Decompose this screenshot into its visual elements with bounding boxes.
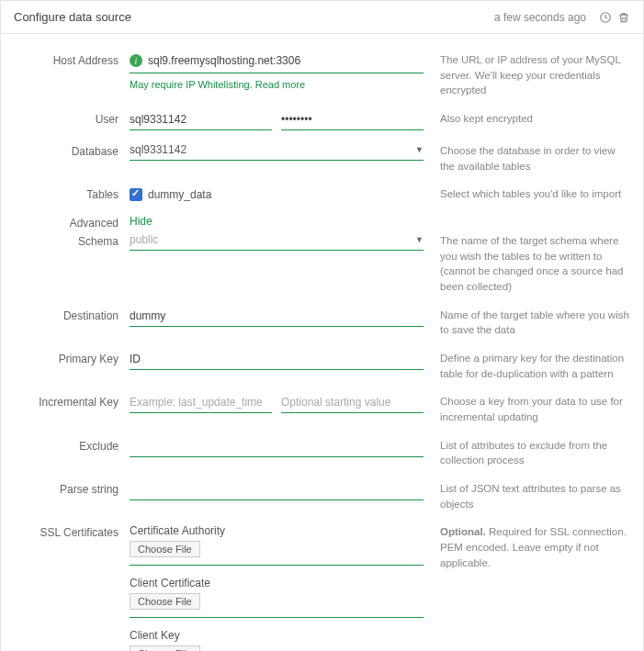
ssl-ca-label: Certificate Authority bbox=[130, 524, 424, 537]
label-destination: Destination bbox=[14, 308, 130, 322]
primary-key-input[interactable] bbox=[130, 351, 424, 370]
help-database: Choose the database in order to view the… bbox=[424, 143, 630, 174]
panel-header: Configure data source a few seconds ago bbox=[1, 1, 643, 34]
user-input[interactable] bbox=[130, 111, 272, 130]
label-parse-string: Parse string bbox=[14, 481, 130, 496]
label-user: User bbox=[14, 111, 130, 126]
label-host: Host Address bbox=[14, 52, 130, 67]
parse-string-input[interactable] bbox=[130, 481, 424, 500]
password-input[interactable] bbox=[281, 111, 424, 130]
help-ssl: Optional. Required for SSL connection. P… bbox=[424, 524, 630, 570]
ssl-client-key-label: Client Key bbox=[130, 629, 424, 642]
table-name: dummy_data bbox=[148, 188, 211, 201]
ssl-client-cert-label: Client Certificate bbox=[130, 577, 424, 589]
help-schema: The name of the target schema where you … bbox=[424, 233, 630, 295]
chevron-down-icon: ▼ bbox=[415, 235, 424, 244]
table-checkbox[interactable] bbox=[130, 188, 142, 201]
database-select[interactable]: sql9331142 ▼ bbox=[130, 143, 424, 161]
label-schema: Schema bbox=[14, 233, 130, 248]
help-destination: Name of the target table where you wish … bbox=[424, 308, 630, 338]
schema-value: public bbox=[130, 233, 158, 246]
exclude-input[interactable] bbox=[130, 438, 424, 457]
schema-select[interactable]: public ▼ bbox=[130, 233, 424, 251]
host-input[interactable] bbox=[148, 52, 424, 69]
help-host: The URL or IP address of your MySQL serv… bbox=[424, 52, 630, 98]
info-icon: i bbox=[130, 54, 142, 67]
label-tables: Tables bbox=[14, 186, 130, 201]
choose-file-key-button[interactable]: Choose File bbox=[130, 645, 200, 651]
label-ssl: SSL Certificates bbox=[14, 524, 130, 539]
incremental-key-input[interactable] bbox=[130, 394, 272, 413]
whitelist-link[interactable]: May require IP Whitelisting. Read more bbox=[130, 79, 424, 90]
chevron-down-icon: ▼ bbox=[415, 145, 424, 154]
timestamp: a few seconds ago bbox=[494, 11, 586, 24]
destination-input[interactable] bbox=[130, 308, 424, 327]
hide-toggle[interactable]: Hide bbox=[130, 215, 153, 228]
page-title: Configure data source bbox=[14, 10, 494, 24]
label-incremental-key: Incremental Key bbox=[14, 394, 130, 409]
help-tables: Select which tables you'd like to import bbox=[424, 186, 630, 202]
label-exclude: Exclude bbox=[14, 438, 130, 453]
trash-icon[interactable] bbox=[617, 11, 630, 24]
label-database: Database bbox=[14, 143, 130, 158]
database-value: sql9331142 bbox=[130, 143, 186, 156]
clock-icon[interactable] bbox=[599, 11, 612, 24]
help-exclude: List of attributes to exclude from the c… bbox=[424, 438, 630, 468]
incremental-start-input[interactable] bbox=[281, 394, 424, 413]
choose-file-cert-button[interactable]: Choose File bbox=[130, 593, 200, 610]
help-incremental-key: Choose a key from your data to use for i… bbox=[424, 394, 630, 424]
help-user: Also kept encrypted bbox=[424, 111, 630, 127]
choose-file-ca-button[interactable]: Choose File bbox=[130, 541, 200, 557]
help-primary-key: Define a primary key for the destination… bbox=[424, 351, 630, 381]
label-primary-key: Primary Key bbox=[14, 351, 130, 365]
help-parse-string: List of JSON text attributes to parse as… bbox=[424, 481, 630, 511]
label-advanced: Advanced bbox=[14, 215, 130, 230]
